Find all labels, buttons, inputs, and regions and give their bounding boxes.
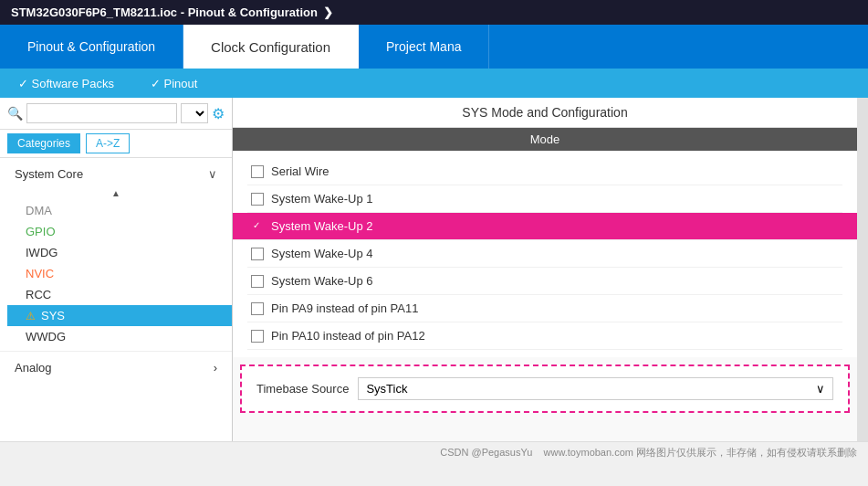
gear-icon[interactable]: ⚙ [212,105,225,122]
warn-icon: ⚠ [26,310,36,322]
mode-pa10-pa12: Pin PA10 instead of pin PA12 [247,322,842,350]
main-layout: 🔍 ⚙ Categories A->Z System Core ∨ ▲ DMA [0,98,868,441]
sidebar-search-bar: 🔍 ⚙ [0,98,232,130]
sidebar-item-iwdg[interactable]: IWDG [7,242,232,263]
mode-pa9-pa11-label: Pin PA9 instead of pin PA11 [271,301,418,315]
mode-wake-up-4-label: System Wake-Up 4 [271,247,373,260]
watermark-toymoban: www.toymoban.com 网络图片仅供展示，非存储，如有侵权请联系删除 [544,447,857,458]
checkbox-pa9-pa11[interactable] [251,302,264,315]
content-title: SYS Mode and Configuration [233,98,857,128]
sidebar-item-sys[interactable]: ⚠ SYS [7,305,232,326]
tab-project[interactable]: Project Mana [359,25,489,69]
timebase-value: SysTick [366,382,407,396]
category-divider [0,351,232,352]
sidebar-content: System Core ∨ ▲ DMA GPIO IWDG NVIC RCC [0,158,232,441]
tab-pinout[interactable]: Pinout & Configuration [0,25,183,69]
title-arrow: ❯ [323,5,333,19]
tab-clock[interactable]: Clock Configuration [183,25,359,69]
sidebar: 🔍 ⚙ Categories A->Z System Core ∨ ▲ DMA [0,98,233,441]
search-dropdown[interactable] [181,103,208,123]
mode-serial-wire-label: Serial Wire [271,164,329,178]
timebase-section: Timebase Source SysTick ∨ [240,364,850,413]
checkbox-wake-up-2[interactable] [251,220,264,233]
timebase-select[interactable]: SysTick ∨ [358,377,833,400]
main-content: SYS Mode and Configuration Mode Serial W… [233,98,857,441]
category-system-core[interactable]: System Core ∨ [0,162,232,186]
sidebar-item-nvic[interactable]: NVIC [7,263,232,284]
tab-a-z[interactable]: A->Z [86,133,130,153]
mode-wake-up-1-label: System Wake-Up 1 [271,192,373,206]
subnav-software-packs[interactable]: ✓ Software Packs [18,77,114,90]
mode-items: Serial Wire System Wake-Up 1 System Wake… [233,151,857,357]
mode-wake-up-2: System Wake-Up 2 [233,213,857,240]
checkbox-wake-up-4[interactable] [251,248,264,260]
mode-wake-up-4: System Wake-Up 4 [247,240,842,268]
mode-wake-up-6: System Wake-Up 6 [247,268,842,295]
search-input[interactable] [26,103,177,123]
mode-wake-up-2-label: System Wake-Up 2 [271,219,373,233]
mode-header: Mode [233,128,857,151]
sidebar-item-rcc[interactable]: RCC [7,284,232,305]
system-core-label: System Core [15,167,83,181]
collapse-arrow: ▲ [0,186,232,200]
mode-wake-up-1: System Wake-Up 1 [247,185,842,213]
analog-expand-icon: › [214,361,217,375]
tab-bar: Pinout & Configuration Clock Configurati… [0,25,868,69]
system-core-items: DMA GPIO IWDG NVIC RCC ⚠ SYS [0,200,232,347]
sidebar-item-wwdg[interactable]: WWDG [7,326,232,347]
sidebar-tabs: Categories A->Z [0,130,232,158]
sub-nav: ✓ Software Packs ✓ Pinout [0,69,868,98]
title-bar: STM32G030F6P6_TM8211.ioc - Pinout & Conf… [0,0,868,25]
mode-serial-wire: Serial Wire [247,158,842,185]
search-icon: 🔍 [7,106,23,121]
timebase-label: Timebase Source [256,382,349,396]
checkbox-wake-up-1[interactable] [251,193,264,206]
sidebar-item-dma[interactable]: DMA [7,200,232,221]
watermark-bar: CSDN @PegasusYu www.toymoban.com 网络图片仅供展… [0,441,868,463]
checkbox-serial-wire[interactable] [251,165,264,178]
expand-icon: ∨ [208,167,217,181]
right-scrollbar[interactable] [857,98,868,441]
title-text: STM32G030F6P6_TM8211.ioc - Pinout & Conf… [11,5,318,19]
category-analog[interactable]: Analog › [0,355,232,380]
sidebar-item-gpio[interactable]: GPIO [7,221,232,242]
checkbox-wake-up-6[interactable] [251,275,264,288]
watermark-csdn: CSDN @PegasusYu [440,447,532,458]
subnav-pinout[interactable]: ✓ Pinout [151,77,197,90]
checkbox-pa10-pa12[interactable] [251,330,264,343]
timebase-row: Timebase Source SysTick ∨ [256,377,833,400]
timebase-dropdown-icon: ∨ [816,382,825,396]
tab-categories[interactable]: Categories [7,133,80,153]
mode-pa10-pa12-label: Pin PA10 instead of pin PA12 [271,329,425,343]
analog-label: Analog [15,361,51,375]
mode-pa9-pa11: Pin PA9 instead of pin PA11 [247,295,842,322]
mode-wake-up-6-label: System Wake-Up 6 [271,274,373,288]
